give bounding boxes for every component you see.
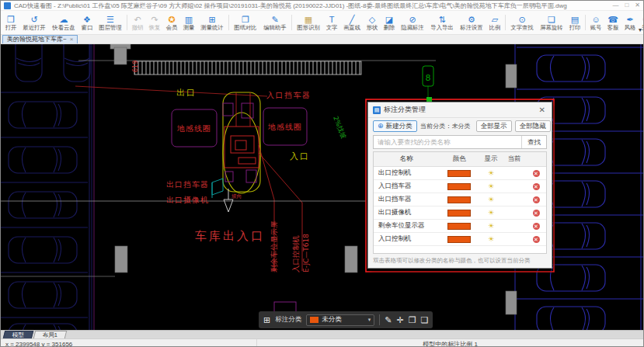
toolbar-button-measure-stats[interactable]: ⊞测量统计: [197, 14, 227, 32]
undo-icon: ↶: [134, 15, 141, 24]
layout-tab-bar: 模型 布局1: [1, 330, 643, 338]
toolbar-divider: [585, 15, 586, 30]
chevron-down-icon: ▾: [368, 317, 371, 323]
category-row[interactable]: 出口挡车器☀✕: [374, 193, 546, 206]
document-tab-label: 美的翰悦苑地下车库~: [7, 36, 67, 43]
category-dropdown[interactable]: 未分类 ▾: [306, 314, 374, 326]
category-table-header: 名称 颜色 显示 当前: [374, 152, 546, 167]
document-tab-strip: 美的翰悦苑地下车库~ ×: [1, 35, 643, 44]
toolbar-button-shape-recognize[interactable]: ▦图形识别: [294, 14, 323, 32]
toolbar-button-annotation-settings[interactable]: ⚙标注设置: [457, 14, 486, 32]
measure-icon: ▥: [185, 15, 193, 24]
category-show-toggle-icon[interactable]: ☀: [488, 196, 494, 203]
screen-rotate-icon: ❏: [548, 15, 555, 24]
cloud-icon: ☁: [60, 15, 68, 24]
text-icon: T: [329, 15, 335, 24]
float-toolbar-divider: [379, 314, 380, 325]
category-delete-icon[interactable]: ✕: [533, 170, 540, 177]
category-show-toggle-icon[interactable]: ☀: [488, 169, 494, 177]
category-color-swatch[interactable]: [447, 223, 471, 230]
search-button[interactable]: 查找: [521, 136, 546, 148]
toolbar-button-text[interactable]: T文字: [323, 14, 340, 32]
toolbar-button-shapes[interactable]: ◇形状: [364, 14, 381, 32]
toolbar-button-label: 客服: [607, 24, 619, 30]
dialog-close-icon[interactable]: ✕: [538, 106, 547, 114]
toolbar-button-cloud[interactable]: ☁快看云盘: [49, 14, 78, 32]
toolbar-button-recent[interactable]: ↺最近打开: [19, 14, 49, 32]
category-delete-icon[interactable]: ✕: [533, 236, 540, 243]
category-show-toggle-icon[interactable]: ☀: [488, 182, 494, 190]
delete-icon: ◪: [385, 15, 393, 24]
category-search-input[interactable]: [374, 138, 521, 146]
close-button[interactable]: ✕: [635, 2, 640, 9]
toolbar-button-undo[interactable]: ↶撤销: [129, 14, 146, 32]
move-icon[interactable]: ✛: [396, 316, 403, 324]
column-name: 名称: [374, 152, 439, 166]
copy-icon[interactable]: ❐: [409, 316, 416, 324]
document-tab-close-icon[interactable]: ×: [70, 36, 74, 43]
category-row[interactable]: 剩余车位显示器☀✕: [374, 220, 546, 233]
current-category-label: 当前分类：未分类: [420, 122, 471, 130]
annotation-scale-label: 模型中的标注比例 1: [257, 340, 643, 347]
category-name: 入口控制机: [374, 234, 439, 244]
category-show-toggle-icon[interactable]: ☀: [488, 235, 494, 243]
tab-model[interactable]: 模型: [3, 331, 33, 338]
new-category-button[interactable]: ⊕ 新建分类: [373, 120, 417, 132]
category-color-swatch[interactable]: [447, 183, 471, 190]
entrance-control-label: 入口控制机: [291, 235, 300, 272]
toolbar-button-edit-assist[interactable]: ✎编辑助手: [260, 14, 290, 32]
toolbar-button-text-search[interactable]: ⊙文字查找: [507, 14, 537, 32]
toolbar-button-layers[interactable]: ☰图层管理: [96, 14, 125, 32]
category-delete-icon[interactable]: ✕: [533, 223, 540, 230]
category-row[interactable]: 出口控制机☀✕: [374, 167, 546, 180]
toolbar-button-delete[interactable]: ◪删除: [381, 14, 398, 32]
drawing-canvas[interactable]: 8 619 地感线圈 地感线圈: [1, 44, 644, 330]
show-all-button[interactable]: 全部显示: [476, 120, 512, 132]
category-color-swatch[interactable]: [447, 170, 471, 177]
grid-icon[interactable]: ⊞: [263, 316, 270, 324]
entrance-label: 入口: [290, 151, 310, 161]
paste-icon[interactable]: ❏: [421, 316, 429, 324]
category-delete-icon[interactable]: ✕: [533, 196, 540, 203]
toolbar-button-hide-annotation[interactable]: ⊘隐藏标注: [398, 14, 427, 32]
toolbar-button-compare[interactable]: ❐图纸对比: [231, 14, 260, 32]
toolbar-button-line[interactable]: ╱画直线: [340, 14, 364, 32]
toolbar-button-measure[interactable]: ▥测量: [180, 14, 197, 32]
toolbar-button-style[interactable]: ✒风格: [621, 14, 639, 32]
toolbar-button-label: 导入导出: [430, 24, 453, 30]
category-delete-icon[interactable]: ✕: [533, 183, 540, 190]
import-export-icon: ⇅: [438, 15, 445, 24]
category-row[interactable]: 入口挡车器☀✕: [374, 180, 546, 193]
toolbar-button-screen-rotate[interactable]: ❏屏幕旋转: [537, 14, 566, 32]
toolbar-button-scale[interactable]: ▱比例: [486, 14, 503, 32]
minimize-button[interactable]: —: [612, 2, 618, 9]
category-delete-icon[interactable]: ✕: [533, 210, 540, 217]
toolbar-button-label: 编辑助手: [263, 24, 286, 30]
document-tab[interactable]: 美的翰悦苑地下车库~ ×: [2, 35, 78, 43]
toolbar-button-account[interactable]: ☺账号: [587, 14, 604, 32]
category-row[interactable]: 入口控制机☀✕: [374, 233, 546, 246]
toolbar-button-support[interactable]: ☎客服: [604, 14, 621, 32]
toolbar-divider: [127, 15, 127, 30]
device-model-label: E-JC—T618: [302, 234, 310, 272]
toolbar-button-open[interactable]: ❒打开: [2, 14, 19, 32]
toolbar-button-vip[interactable]: ✪会员: [163, 14, 180, 32]
edit-annotation-icon[interactable]: ✎: [385, 316, 392, 324]
toolbar-button-label: 文字: [326, 24, 338, 30]
toolbar-button-window[interactable]: ❖窗口: [78, 14, 96, 32]
category-show-toggle-icon[interactable]: ☀: [488, 222, 494, 230]
maximize-button[interactable]: □: [625, 2, 628, 9]
cad-viewer-window: CAD快速看图 - Z:\Public\01 工作盘\05 陈芝麻烂谷子\09 …: [0, 0, 644, 347]
toolbar-button-redo[interactable]: ↷恢复: [146, 14, 163, 32]
category-row[interactable]: 出口摄像机☀✕: [374, 206, 546, 220]
category-show-toggle-icon[interactable]: ☀: [488, 209, 494, 217]
edit-assist-icon: ✎: [271, 15, 278, 24]
category-color-swatch[interactable]: [447, 210, 471, 217]
category-color-swatch[interactable]: [447, 236, 471, 243]
tab-layout1[interactable]: 布局1: [33, 331, 68, 338]
title-bar: CAD快速看图 - Z:\Public\01 工作盘\05 陈芝麻烂谷子\09 …: [1, 1, 643, 11]
hide-all-button[interactable]: 全部隐藏: [515, 120, 551, 132]
category-color-swatch[interactable]: [447, 196, 471, 203]
toolbar-button-print[interactable]: ▤打印: [566, 14, 583, 32]
toolbar-button-import-export[interactable]: ⇅导入导出: [427, 14, 457, 32]
